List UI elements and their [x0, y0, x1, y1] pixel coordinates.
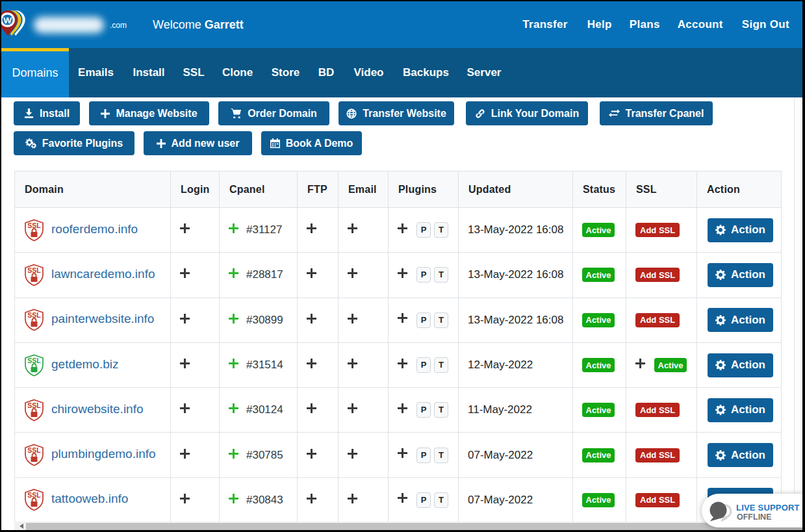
svg-text:SSL: SSL — [27, 357, 41, 364]
svg-text:SSL: SSL — [27, 266, 41, 274]
svg-text:SSL: SSL — [27, 401, 41, 409]
svg-text:SSL: SSL — [27, 311, 41, 319]
svg-text:W: W — [3, 15, 12, 25]
svg-text:SSL: SSL — [27, 222, 41, 229]
svg-text:SSL: SSL — [27, 446, 41, 454]
svg-text:SSL: SSL — [27, 491, 41, 499]
